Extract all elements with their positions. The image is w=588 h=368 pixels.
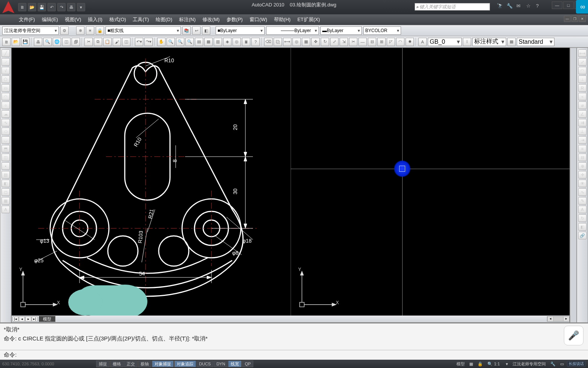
- pan-icon[interactable]: ✋: [157, 38, 165, 46]
- stretch-icon[interactable]: ⇲: [340, 38, 348, 46]
- maximize-button[interactable]: □: [563, 2, 574, 9]
- layer-freeze-icon[interactable]: ❄: [76, 26, 84, 35]
- tp-icon[interactable]: ▥: [214, 38, 222, 46]
- hscroll[interactable]: ◂▸: [547, 316, 570, 322]
- extension-badge[interactable]: ∞: [576, 0, 588, 14]
- undo-icon[interactable]: ↶▾: [135, 38, 143, 46]
- qat-redo[interactable]: ↷: [57, 3, 66, 11]
- scale-icon[interactable]: ⤢: [330, 38, 338, 46]
- break-icon[interactable]: ⊟: [368, 38, 376, 46]
- 3ddwf-icon[interactable]: ◫: [62, 38, 70, 46]
- polygon-icon[interactable]: ⬠: [2, 75, 10, 83]
- plot-icon[interactable]: 🗐: [72, 38, 80, 46]
- dimjogline-icon[interactable]: ∿: [578, 188, 586, 196]
- menu-view[interactable]: 视图(V): [65, 16, 81, 23]
- gradient-icon[interactable]: ◧: [2, 180, 10, 187]
- layer-lock-icon[interactable]: 🔒: [96, 26, 104, 35]
- infocenter-search[interactable]: 键入关键字或短语: [415, 3, 490, 11]
- hatch-icon[interactable]: ▨: [2, 171, 10, 179]
- explode-icon[interactable]: ✸: [406, 38, 414, 46]
- prop-icon[interactable]: ▤: [195, 38, 203, 46]
- menu-modify[interactable]: 修改(M): [202, 16, 220, 23]
- tab-model[interactable]: 模型: [39, 316, 55, 322]
- coord-readout[interactable]: 630.7410, 226.7563, 0.0000: [0, 362, 96, 366]
- dimcont-icon[interactable]: ⇥: [578, 136, 586, 144]
- plotstyle-combo[interactable]: BYCOLOR: [363, 26, 401, 35]
- status-scale[interactable]: 🔍1:1: [486, 362, 503, 366]
- qat-more[interactable]: ▾: [77, 3, 85, 11]
- copy-icon[interactable]: ⧉: [94, 38, 102, 46]
- chamfer-icon[interactable]: ◸: [387, 38, 395, 46]
- dimstyle-icon[interactable]: ⟟: [463, 38, 471, 46]
- workspace-settings-icon[interactable]: ⚙: [60, 26, 69, 35]
- dimlin-icon[interactable]: ⟷: [578, 49, 586, 57]
- tab-last[interactable]: ▸|: [32, 316, 38, 322]
- ellipsearc-icon[interactable]: ◡: [2, 136, 10, 144]
- key-icon[interactable]: 🔧: [507, 3, 513, 10]
- qat-save[interactable]: 💾: [38, 3, 46, 11]
- workspace-combo[interactable]: 江沅老师专用空间: [2, 26, 59, 35]
- erase-icon[interactable]: ⌫: [264, 38, 273, 46]
- spline-icon[interactable]: ∿: [2, 119, 10, 126]
- dimbase-icon[interactable]: ⊥: [578, 128, 586, 135]
- dimalign-icon[interactable]: ⤢: [578, 58, 586, 66]
- copyobj-icon[interactable]: ⿻: [274, 38, 282, 46]
- open-icon[interactable]: 📂: [12, 38, 20, 46]
- status-tool-icon[interactable]: 🔧: [549, 362, 557, 366]
- insert-icon[interactable]: ⬒: [2, 145, 10, 152]
- menu-insert[interactable]: 插入(I): [88, 16, 102, 23]
- textstyle-combo[interactable]: GB_0: [428, 38, 462, 46]
- diminspect-icon[interactable]: 👁: [578, 180, 586, 187]
- menu-et[interactable]: ET扩展(X): [297, 16, 320, 23]
- help-icon[interactable]: ?: [536, 3, 543, 10]
- menu-param[interactable]: 参数(P): [227, 16, 243, 23]
- zoom-prev-icon[interactable]: 🔍: [185, 38, 194, 46]
- mdi-restore[interactable]: ❐: [571, 16, 578, 22]
- status-model[interactable]: 模型: [455, 361, 466, 367]
- layer-mgr-icon[interactable]: 📚: [182, 26, 191, 35]
- rect-icon[interactable]: ▭: [2, 84, 10, 92]
- status-toggle-0[interactable]: 捕捉: [96, 360, 110, 367]
- block-icon[interactable]: ◫: [122, 38, 130, 46]
- status-toggle-2[interactable]: 正交: [124, 360, 138, 367]
- offset-icon[interactable]: ◎: [292, 38, 301, 46]
- voice-button[interactable]: 🎤: [564, 326, 583, 345]
- dimang-icon[interactable]: ∠: [578, 110, 586, 118]
- preview-icon[interactable]: 🔍: [43, 38, 52, 46]
- markup-icon[interactable]: ◎: [233, 38, 241, 46]
- publish-icon[interactable]: 🌐: [53, 38, 61, 46]
- qcalc-icon[interactable]: 🖩: [242, 38, 250, 46]
- binoculars-icon[interactable]: 🔭: [497, 3, 504, 10]
- dimarc-icon[interactable]: ◠: [578, 67, 586, 74]
- qdim-icon[interactable]: ⇉: [578, 119, 586, 126]
- status-toggle-8[interactable]: 线宽: [228, 360, 242, 367]
- dimstyle-combo[interactable]: 标注样式: [472, 38, 506, 46]
- dimbreak-icon[interactable]: ⊟: [578, 154, 586, 161]
- dimdia-icon[interactable]: ⌀: [578, 102, 586, 109]
- dimupdate-icon[interactable]: ↻: [578, 214, 586, 222]
- mtext-icon[interactable]: A: [2, 206, 10, 213]
- comm-icon[interactable]: ✉: [516, 3, 523, 10]
- status-toggle-6[interactable]: DUCS: [196, 360, 213, 367]
- status-tray-icon[interactable]: ▭: [559, 362, 565, 366]
- array-icon[interactable]: ▦: [302, 38, 310, 46]
- dimspace-icon[interactable]: ≡: [578, 145, 586, 152]
- menu-tools[interactable]: 工具(T): [133, 16, 149, 23]
- status-toggle-7[interactable]: DYN: [214, 360, 228, 367]
- zoom-win-icon[interactable]: 🔍: [176, 38, 184, 46]
- command-input-row[interactable]: 命令:: [0, 350, 588, 360]
- layer-prev-icon[interactable]: ↩: [192, 26, 201, 35]
- paste-icon[interactable]: 📋: [103, 38, 112, 46]
- minimize-button[interactable]: —: [552, 2, 562, 9]
- color-combo[interactable]: ■ ByLayer: [216, 26, 265, 35]
- xline-icon[interactable]: ⟋: [2, 58, 10, 66]
- qat-open[interactable]: 📂: [28, 3, 36, 11]
- redo-icon[interactable]: ↷▾: [144, 38, 153, 46]
- centermark-icon[interactable]: ✛: [578, 171, 586, 179]
- arc-icon[interactable]: ◠: [2, 93, 10, 100]
- status-annoscale-icon[interactable]: ▾: [504, 362, 510, 366]
- new-icon[interactable]: 🗎: [2, 38, 11, 46]
- vscroll[interactable]: [570, 48, 577, 323]
- layer-combo[interactable]: ■ 粗实线: [106, 26, 181, 35]
- menu-help[interactable]: 帮助(H): [274, 16, 291, 23]
